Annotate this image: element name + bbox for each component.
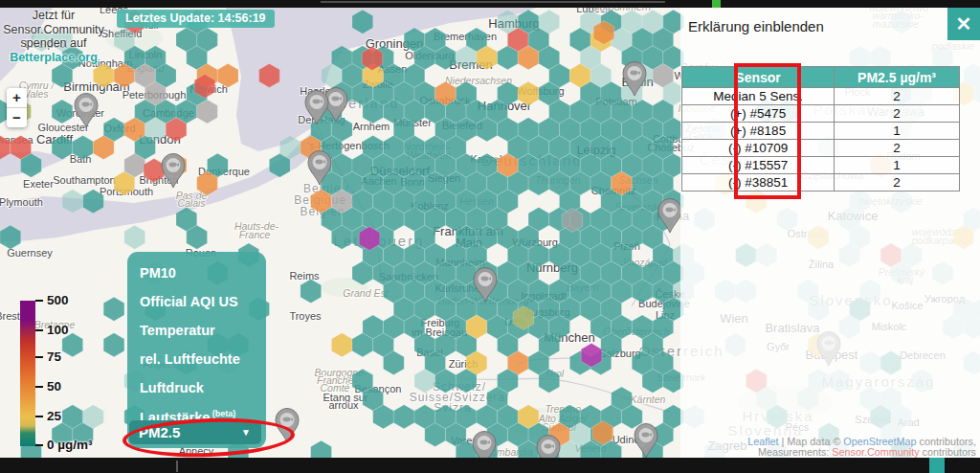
panel-title: Erklärung einblenden — [688, 18, 824, 34]
scale-tick-label: 0 µg/m³ — [47, 438, 93, 452]
map-label: Calais — [177, 197, 206, 209]
sensor-community-link[interactable]: Sensor.Community — [832, 446, 919, 458]
last-update-badge: Letztes Update: 14:56:19 — [117, 10, 275, 28]
map-label: Guernsey — [7, 247, 53, 259]
scale-tick-label: 500 — [47, 293, 69, 307]
map-label: Troyes — [289, 310, 322, 322]
zoom-in-button[interactable]: + — [7, 88, 27, 108]
scale-tick-label: 75 — [47, 349, 61, 364]
explanation-panel: Erklärung einblenden ✕ Sensor PM2.5 µg/m… — [680, 8, 980, 458]
table-cell: 2 — [835, 105, 960, 123]
table-cell: 1 — [835, 157, 960, 174]
scale-tick — [35, 300, 43, 302]
bottom-bar-teal-square — [929, 458, 945, 473]
layer-item-official-aqi-us[interactable]: Official AQI US — [140, 294, 266, 309]
donation-line: Jetzt für — [0, 9, 107, 23]
color-scale-gradient — [20, 301, 35, 446]
bottom-bar — [0, 458, 980, 473]
scale-tick-label: 50 — [47, 379, 61, 394]
layer-item-temperatur[interactable]: Temperatur — [140, 323, 266, 338]
map-label: France — [239, 229, 271, 240]
map-label: Brest — [0, 310, 20, 322]
table-cell: 2 — [835, 88, 960, 105]
scale-tick-label: 25 — [47, 409, 61, 423]
scale-tick — [35, 329, 43, 331]
map-label: Exeter — [23, 178, 54, 190]
donation-note: Jetzt für Sensor.Community spenden auf B… — [0, 9, 107, 64]
map-label: Reims — [289, 270, 320, 282]
betterplace-link[interactable]: Betterplace.org — [0, 51, 107, 65]
color-scale-legend: 5001007550250 µg/m³ — [20, 301, 125, 454]
table-row: (+) #81851 — [682, 123, 960, 140]
layer-item-pm10[interactable]: PM10 — [140, 265, 266, 281]
layer-item-rel-luftfeuchte[interactable]: rel. Luftfeuchte — [140, 351, 266, 367]
map-attribution: Leaflet | Map data © OpenStreetMap contr… — [747, 437, 976, 458]
layer-item-luftdruck[interactable]: Luftdruck — [140, 380, 266, 395]
scale-tick — [35, 444, 43, 446]
table-cell: 2 — [835, 140, 960, 157]
top-bar — [0, 0, 980, 8]
scale-tick — [35, 386, 43, 388]
table-row: (+) #54752 — [682, 105, 960, 123]
map-label: Kärnten — [631, 394, 666, 405]
annotation-red-rectangle — [734, 63, 801, 199]
donation-line: Sensor.Community — [0, 23, 107, 37]
value-column-header: PM2.5 µg/m³ — [835, 67, 960, 88]
donation-line: spenden auf — [0, 36, 107, 51]
table-cell: 1 — [835, 123, 960, 140]
close-icon[interactable]: ✕ — [947, 8, 980, 40]
sensor-table: Sensor PM2.5 µg/m³ Median 5 Sens.2(+) #5… — [681, 66, 960, 191]
zoom-out-button[interactable]: − — [7, 108, 27, 127]
bottom-bar-tick — [176, 461, 178, 472]
table-row: (-) #155571 — [682, 157, 960, 174]
map-label: Plymouth — [0, 196, 43, 208]
top-bar-green-square — [712, 0, 721, 8]
scale-tick — [35, 356, 43, 358]
scale-tick — [35, 416, 43, 417]
layer-menu-items: PM10Official AQI USTemperaturrel. Luftfe… — [127, 252, 266, 425]
table-row: (-) #107092 — [682, 140, 960, 157]
map-label: Southampton — [53, 174, 115, 186]
top-bar-line — [321, 1, 665, 3]
map-label: arroux — [328, 399, 359, 411]
map-label: Grand Est — [343, 287, 389, 299]
zoom-control: + − — [7, 88, 27, 127]
scale-tick-label: 100 — [47, 323, 69, 337]
table-cell: 2 — [835, 174, 960, 191]
table-row: Median 5 Sens.2 — [682, 88, 960, 105]
table-row: (-) #388512 — [682, 174, 960, 191]
